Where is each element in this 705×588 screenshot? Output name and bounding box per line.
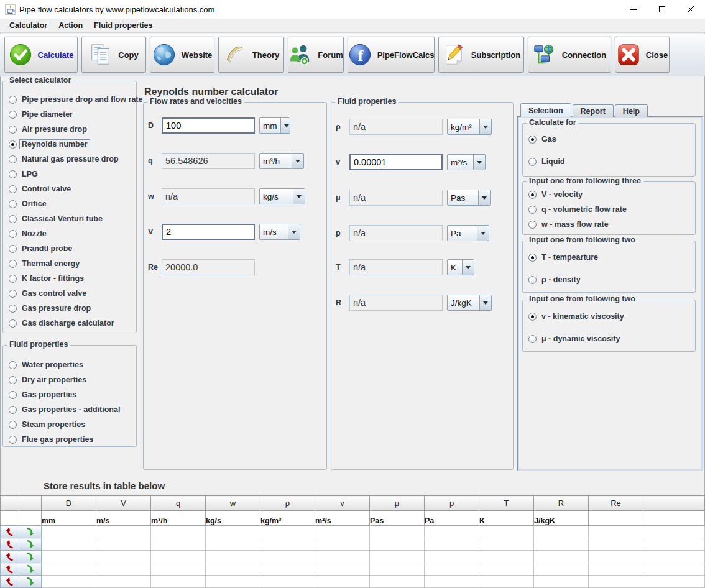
result-cell[interactable]	[370, 563, 425, 576]
option-kinematic-viscosity[interactable]: v - kinematic viscosity	[528, 311, 624, 321]
result-cell[interactable]	[589, 526, 643, 538]
result-cell[interactable]	[643, 526, 705, 538]
result-cell[interactable]	[534, 538, 589, 551]
fluid-option-steam-properties[interactable]: Steam properties	[9, 420, 136, 430]
calc-option-orifice[interactable]: Orifice	[9, 199, 136, 209]
tab-help[interactable]: Help	[615, 104, 648, 117]
result-cell[interactable]	[534, 576, 589, 588]
kinematic-viscosity-input[interactable]	[349, 154, 443, 170]
fluid-option-flue-gas-properties[interactable]: Flue gas properties	[9, 434, 136, 444]
option-liquid[interactable]: Liquid	[528, 157, 565, 167]
calc-option-reynolds-number[interactable]: Reynolds number	[9, 139, 136, 149]
menu-calculator[interactable]: Calculator	[4, 19, 53, 32]
result-cell[interactable]	[370, 538, 425, 551]
fluid-option-dry-air-properties[interactable]: Dry air properties	[9, 375, 136, 385]
tab-selection[interactable]: Selection	[520, 103, 571, 117]
fluid-option-gas-properties-additional[interactable]: Gas properties - additional	[9, 405, 136, 415]
chevron-down-icon[interactable]	[280, 118, 291, 133]
calc-option-pipe-diameter[interactable]: Pipe diameter	[9, 109, 136, 119]
close-button[interactable]: Close	[615, 37, 670, 73]
chevron-down-icon[interactable]	[478, 190, 490, 205]
result-cell[interactable]	[315, 538, 370, 551]
theory-button[interactable]: Theory	[218, 37, 284, 73]
result-cell[interactable]	[315, 551, 370, 563]
result-cell[interactable]	[370, 576, 425, 588]
calc-option-nozzle[interactable]: Nozzle	[9, 229, 136, 239]
result-cell[interactable]	[479, 563, 534, 576]
result-cell[interactable]	[151, 576, 206, 588]
result-cell[interactable]	[206, 563, 260, 576]
result-cell[interactable]	[151, 538, 206, 551]
option-gas[interactable]: Gas	[528, 134, 556, 144]
result-cell[interactable]	[643, 551, 705, 563]
result-cell[interactable]	[42, 538, 96, 551]
pressure-unit-combo[interactable]: Pa	[447, 225, 489, 241]
load-row-button[interactable]	[1, 576, 19, 587]
store-row-button[interactable]	[19, 526, 41, 538]
result-cell[interactable]	[96, 563, 151, 576]
result-cell[interactable]	[206, 576, 260, 588]
chevron-down-icon[interactable]	[477, 226, 489, 241]
result-cell[interactable]	[425, 551, 479, 563]
dynamic-viscosity-unit-combo[interactable]: Pas	[447, 190, 491, 206]
connection-button[interactable]: Connection	[528, 37, 611, 73]
result-cell[interactable]	[206, 526, 260, 538]
calc-option-k-factor-fittings[interactable]: K factor - fittings	[9, 273, 136, 283]
calc-option-pipe-pressure-drop[interactable]: Pipe pressure drop and flow rate	[9, 94, 136, 104]
calc-option-classical-venturi-tube[interactable]: Classical Venturi tube	[9, 214, 136, 224]
calc-option-natural-gas-pressure-drop[interactable]: Natural gas pressure drop	[9, 154, 136, 164]
result-cell[interactable]	[425, 526, 479, 538]
temperature-unit-combo[interactable]: K	[447, 259, 474, 275]
chevron-down-icon[interactable]	[292, 154, 303, 168]
close-window-button[interactable]	[676, 0, 705, 19]
website-button[interactable]: Website	[150, 37, 214, 73]
result-cell[interactable]	[370, 551, 425, 563]
store-row-button[interactable]	[19, 538, 41, 550]
option-mass-flow-rate[interactable]: w - mass flow rate	[528, 219, 609, 229]
fluid-option-water-properties[interactable]: Water properties	[9, 360, 136, 370]
result-cell[interactable]	[42, 576, 96, 588]
result-cell[interactable]	[479, 551, 534, 563]
diameter-unit-combo[interactable]: mm	[259, 117, 290, 134]
mass-flow-unit-combo[interactable]: kg/s	[259, 188, 305, 204]
load-row-button[interactable]	[1, 526, 19, 538]
result-cell[interactable]	[260, 576, 315, 588]
chevron-down-icon[interactable]	[462, 260, 474, 275]
pipeflowcalcs-button[interactable]: f PipeFlowCalcs	[348, 37, 435, 73]
calc-option-prandtl-probe[interactable]: Prandtl probe	[9, 244, 136, 254]
result-cell[interactable]	[96, 551, 151, 563]
result-cell[interactable]	[206, 551, 260, 563]
result-cell[interactable]	[643, 576, 705, 588]
diameter-input[interactable]	[162, 117, 255, 134]
copy-button[interactable]: Copy	[81, 37, 146, 73]
result-cell[interactable]	[425, 576, 479, 588]
result-cell[interactable]	[534, 526, 589, 538]
option-dynamic-viscosity[interactable]: μ - dynamic viscosity	[528, 334, 620, 344]
result-cell[interactable]	[151, 563, 206, 576]
result-cell[interactable]	[534, 563, 589, 576]
fluid-option-gas-properties[interactable]: Gas properties	[9, 390, 136, 400]
calc-option-gas-control-valve[interactable]: Gas control valve	[9, 288, 136, 298]
store-row-button[interactable]	[19, 551, 41, 563]
result-cell[interactable]	[315, 576, 370, 588]
result-cell[interactable]	[479, 576, 534, 588]
load-row-button[interactable]	[1, 563, 19, 575]
result-cell[interactable]	[589, 576, 643, 588]
option-temperature[interactable]: T - tempearture	[528, 252, 598, 262]
result-cell[interactable]	[42, 563, 96, 576]
menu-action[interactable]: Action	[53, 19, 88, 32]
forum-button[interactable]: Forum	[288, 37, 344, 73]
calc-option-gas-discharge-calculator[interactable]: Gas discharge calculator	[9, 318, 136, 328]
option-volumetric-flow-rate[interactable]: q - volumetric flow rate	[528, 204, 627, 214]
velocity-unit-combo[interactable]: m/s	[259, 224, 300, 240]
subscription-button[interactable]: Subscription	[438, 37, 524, 73]
result-cell[interactable]	[206, 538, 260, 551]
result-cell[interactable]	[479, 538, 534, 551]
velocity-input[interactable]	[162, 224, 255, 240]
result-cell[interactable]	[315, 563, 370, 576]
minimize-button[interactable]	[619, 0, 648, 19]
result-cell[interactable]	[643, 563, 705, 576]
chevron-down-icon[interactable]	[288, 224, 300, 239]
result-cell[interactable]	[42, 526, 96, 538]
result-cell[interactable]	[260, 526, 315, 538]
